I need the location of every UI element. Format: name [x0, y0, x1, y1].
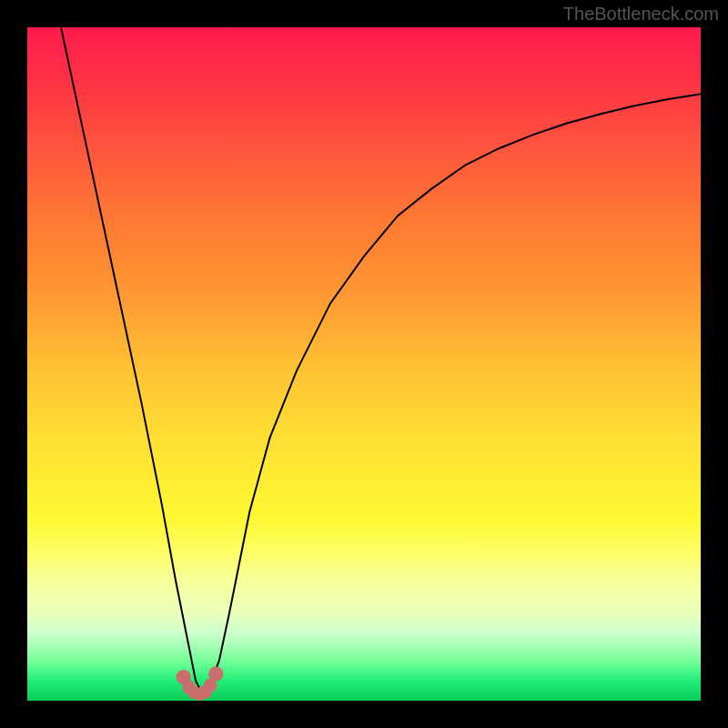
watermark: TheBottleneck.com	[563, 4, 719, 25]
marker-group	[177, 666, 224, 701]
plot-area	[27, 27, 701, 701]
watermark-text: TheBottleneck.com	[563, 4, 719, 24]
bottleneck-curve	[61, 27, 701, 694]
chart-canvas	[27, 27, 701, 701]
marker-point	[208, 666, 223, 681]
